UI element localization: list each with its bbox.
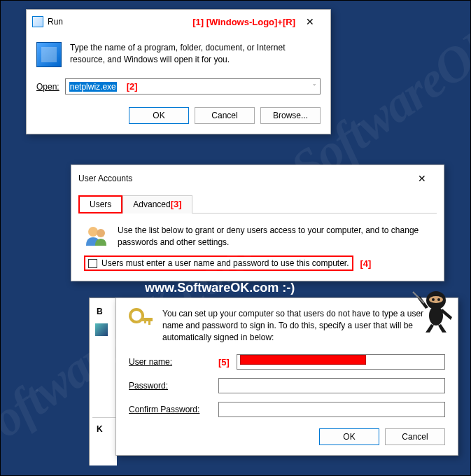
user-accounts-dialog: User Accounts ✕ Users ◄── Advanced[3] Us…	[71, 164, 444, 281]
svg-point-6	[429, 306, 443, 326]
run-dialog: Run [1] [Windows-Logo]+[R] ✕ Type the na…	[26, 9, 331, 134]
checkbox-label: Users must enter a user name and passwor…	[101, 258, 349, 268]
truncated-icon	[95, 323, 108, 336]
open-row: Open: netplwiz.exe [2] ˅	[27, 76, 330, 103]
annotation-5: [5]	[218, 357, 230, 368]
svg-point-4	[432, 298, 435, 301]
tab-advanced-label: Advanced	[133, 200, 170, 209]
tab-strip: Users ◄── Advanced[3]	[78, 195, 437, 214]
user-accounts-body: Use the list below to grant or deny user…	[71, 214, 444, 281]
svg-point-0	[88, 227, 98, 237]
svg-point-3	[429, 296, 443, 303]
run-big-icon	[36, 42, 62, 67]
chevron-down-icon[interactable]: ˅	[313, 83, 316, 90]
confirm-password-row: Confirm Password:	[129, 402, 445, 417]
annotation-3: [3]	[171, 199, 182, 209]
username-input[interactable]	[237, 354, 445, 370]
redacted-username	[240, 355, 366, 365]
users-icon	[84, 223, 109, 248]
auto-signin-description: You can set up your computer so that use…	[162, 308, 445, 343]
info-row: You can set up your computer so that use…	[129, 308, 445, 343]
truncated-text: B	[97, 307, 103, 316]
svg-rect-9	[141, 318, 153, 321]
password-label: Password:	[129, 381, 211, 391]
run-body: Type the name of a program, folder, docu…	[27, 34, 330, 76]
info-text: Use the list below to grant or deny user…	[118, 223, 431, 248]
tab-users[interactable]: Users	[78, 195, 122, 214]
password-row: Password:	[129, 378, 445, 393]
svg-rect-10	[148, 321, 150, 325]
annotation-4: [4]	[360, 258, 372, 269]
divider	[92, 417, 117, 418]
must-enter-password-checkbox[interactable]	[88, 259, 97, 268]
password-input[interactable]	[218, 378, 445, 393]
open-input[interactable]: netplwiz.exe [2] ˅	[65, 78, 321, 94]
annotation-2: [2]	[127, 81, 138, 92]
open-label: Open:	[36, 82, 59, 92]
svg-point-1	[97, 229, 105, 237]
svg-rect-11	[144, 321, 146, 323]
ok-button[interactable]: OK	[319, 428, 379, 445]
username-label: User name:	[129, 357, 211, 367]
ok-button[interactable]: OK	[129, 107, 189, 124]
info-row: Use the list below to grant or deny user…	[84, 223, 431, 248]
run-description: Type the name of a program, folder, docu…	[70, 42, 321, 67]
open-input-value: netplwiz.exe	[69, 82, 117, 92]
user-accounts-title: User Accounts	[78, 174, 407, 183]
run-icon	[32, 16, 43, 27]
username-row: User name: [5]	[129, 354, 445, 370]
tab-advanced[interactable]: Advanced[3]	[122, 195, 192, 214]
truncated-text: K	[97, 424, 103, 434]
run-button-row: OK Cancel Browse...	[27, 103, 330, 134]
svg-point-5	[437, 298, 440, 301]
svg-line-7	[413, 292, 424, 303]
confirm-password-input[interactable]	[218, 402, 445, 417]
browse-button[interactable]: Browse...	[260, 107, 321, 124]
annotation-1: [1] [Windows-Logo]+[R]	[192, 17, 295, 27]
checkbox-wrapper: Users must enter a user name and passwor…	[84, 255, 431, 271]
cancel-button[interactable]: Cancel	[195, 107, 255, 124]
key-icon	[129, 308, 154, 330]
title-bar: User Accounts ✕	[71, 165, 444, 192]
confirm-password-label: Confirm Password:	[129, 405, 211, 414]
watermark-center: www.SoftwareOK.com :-)	[145, 281, 295, 295]
ninja-mascot-icon	[412, 285, 454, 334]
button-row: OK Cancel	[129, 428, 445, 445]
partial-window-background: B K	[89, 298, 117, 465]
run-title: Run	[48, 17, 171, 27]
close-button[interactable]: ✕	[407, 171, 437, 186]
cancel-button[interactable]: Cancel	[385, 428, 445, 445]
close-button[interactable]: ✕	[295, 14, 325, 29]
auto-signin-dialog: You can set up your computer so that use…	[115, 298, 458, 456]
must-enter-password-row: Users must enter a user name and passwor…	[84, 255, 353, 271]
title-bar: Run [1] [Windows-Logo]+[R] ✕	[27, 10, 330, 34]
